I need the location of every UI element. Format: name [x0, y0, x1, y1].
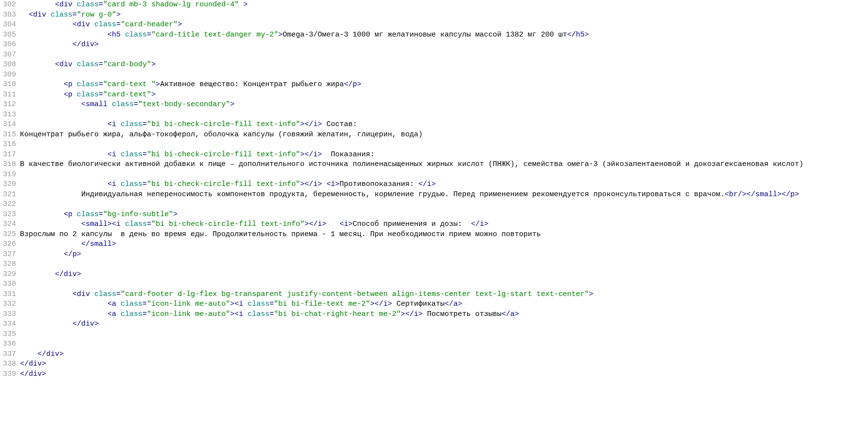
code-editor-content[interactable]: <div class="card mb-3 shadow-lg rounded-… — [20, 0, 868, 379]
line-number: 332 — [3, 299, 16, 310]
line-number: 315 — [3, 130, 16, 140]
line-number: 338 — [3, 359, 16, 369]
code-line[interactable]: <p class="bg-info-subtle"> — [20, 210, 868, 220]
line-number: 314 — [3, 120, 16, 130]
code-line[interactable] — [20, 330, 868, 340]
code-line[interactable]: </div> — [20, 270, 868, 280]
code-line[interactable]: <small class="text-body-secondary"> — [20, 100, 868, 110]
line-number: 328 — [3, 259, 16, 270]
line-number: 313 — [3, 110, 16, 120]
line-number: 318 — [3, 160, 16, 170]
line-number: 322 — [3, 200, 16, 210]
code-line[interactable] — [20, 140, 868, 150]
line-number: 312 — [3, 100, 16, 110]
code-line[interactable]: В качестве биологически активной добавки… — [20, 160, 868, 170]
code-line[interactable] — [20, 170, 868, 180]
line-number: 330 — [3, 279, 16, 290]
code-line[interactable]: <p class="card-text ">Активное вещество:… — [20, 80, 868, 90]
line-number: 307 — [3, 50, 16, 60]
line-number: 321 — [3, 190, 16, 200]
line-number: 306 — [3, 40, 16, 50]
line-number: 331 — [3, 290, 16, 300]
code-line[interactable]: Концентрат рыбьего жира, альфа-токоферол… — [20, 130, 868, 140]
code-line[interactable]: </div> — [20, 40, 868, 50]
line-number: 303 — [3, 10, 16, 20]
code-line[interactable]: <i class="bi bi-check-circle-fill text-i… — [20, 120, 868, 130]
line-number: 317 — [3, 150, 16, 160]
code-line[interactable]: <div class="card-footer d-lg-flex bg-tra… — [20, 290, 868, 300]
code-line[interactable]: <small><i class="bi bi-check-circle-fill… — [20, 220, 868, 230]
line-number: 336 — [3, 339, 16, 350]
code-line[interactable]: <div class="card-header"> — [20, 20, 868, 30]
line-number-gutter: 3023033043053063073083093103113123133143… — [0, 0, 20, 379]
line-number: 334 — [3, 319, 16, 330]
code-line[interactable]: Взрослым по 2 капсулы в день во время ед… — [20, 230, 868, 240]
line-number: 323 — [3, 210, 16, 220]
code-line[interactable]: <div class="row g-0"> — [20, 10, 868, 20]
code-line[interactable]: </div> — [20, 350, 868, 360]
code-line[interactable]: <h5 class="card-title text-danger my-2">… — [20, 30, 868, 40]
code-line[interactable]: <div class="card-body"> — [20, 60, 868, 70]
line-number: 304 — [3, 20, 16, 30]
code-line[interactable] — [20, 279, 868, 290]
code-line[interactable]: </small> — [20, 240, 868, 250]
code-line[interactable]: <i class="bi bi-check-circle-fill text-i… — [20, 150, 868, 160]
code-line[interactable]: <p class="card-text"> — [20, 90, 868, 100]
code-line[interactable]: </div> — [20, 319, 868, 330]
code-line[interactable]: <a class="icon-link me-auto"><i class="b… — [20, 299, 868, 310]
line-number: 339 — [3, 369, 16, 380]
line-number: 310 — [3, 80, 16, 90]
line-number: 326 — [3, 240, 16, 250]
line-number: 316 — [3, 140, 16, 150]
line-number: 319 — [3, 170, 16, 180]
code-line[interactable]: <i class="bi bi-check-circle-fill text-i… — [20, 180, 868, 190]
line-number: 329 — [3, 270, 16, 280]
line-number: 309 — [3, 70, 16, 80]
code-line[interactable] — [20, 339, 868, 350]
code-line[interactable] — [20, 70, 868, 80]
code-line[interactable] — [20, 50, 868, 60]
code-line[interactable]: </div> — [20, 359, 868, 369]
line-number: 311 — [3, 90, 16, 100]
line-number: 308 — [3, 60, 16, 70]
code-line[interactable] — [20, 110, 868, 120]
line-number: 333 — [3, 310, 16, 320]
code-line[interactable]: <div class="card mb-3 shadow-lg rounded-… — [20, 0, 868, 10]
code-line[interactable] — [20, 259, 868, 270]
code-line[interactable] — [20, 200, 868, 210]
line-number: 324 — [3, 220, 16, 230]
line-number: 320 — [3, 180, 16, 190]
code-line[interactable]: </p> — [20, 250, 868, 260]
line-number: 327 — [3, 250, 16, 260]
code-line[interactable]: Индивидуальная непереносимость компонент… — [20, 190, 868, 200]
line-number: 337 — [3, 350, 16, 360]
line-number: 325 — [3, 230, 16, 240]
line-number: 302 — [3, 0, 16, 10]
code-line[interactable]: <a class="icon-link me-auto"><i class="b… — [20, 310, 868, 320]
line-number: 335 — [3, 330, 16, 340]
code-line[interactable]: </div> — [20, 369, 868, 380]
line-number: 305 — [3, 30, 16, 40]
